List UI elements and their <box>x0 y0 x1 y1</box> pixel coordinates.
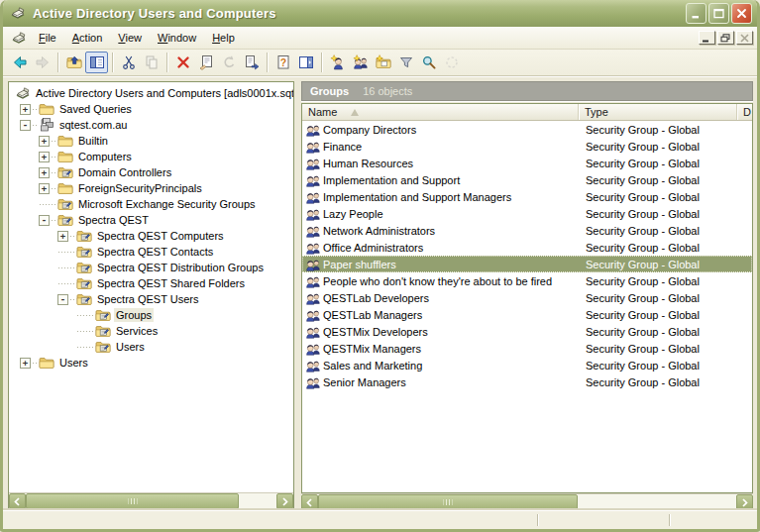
group-type: Security Group - Global <box>579 376 737 388</box>
expand-icon[interactable]: + <box>39 183 50 194</box>
menu-view[interactable]: View <box>110 29 150 47</box>
list-row[interactable]: QESTMix DevelopersSecurity Group - Globa… <box>302 323 752 340</box>
scrollbar-thumb[interactable] <box>26 493 239 509</box>
expand-icon[interactable]: + <box>39 152 50 162</box>
cut-button[interactable] <box>117 52 140 73</box>
find-button[interactable] <box>417 52 440 73</box>
child-close-button[interactable] <box>736 31 753 45</box>
list-row[interactable]: FinanceSecurity Group - Global <box>302 138 752 155</box>
new-user-button[interactable] <box>326 52 349 73</box>
list-row[interactable]: Human ResourcesSecurity Group - Global <box>302 155 752 171</box>
menu-action[interactable]: Action <box>64 29 111 47</box>
list-row[interactable]: Network AdministratorsSecurity Group - G… <box>302 222 752 239</box>
properties-button[interactable] <box>194 52 217 73</box>
tree-item-domain-controllers[interactable]: +Domain Controllers <box>9 164 293 180</box>
list-row[interactable]: Implementation and SupportSecurity Group… <box>302 171 752 188</box>
group-type: Security Group - Global <box>579 309 737 321</box>
scrollbar-track[interactable] <box>578 494 736 510</box>
tree-item-spectra-qest-contacts[interactable]: Spectra QEST Contacts <box>9 244 293 260</box>
collapse-icon[interactable]: - <box>20 120 31 131</box>
list-row[interactable]: Sales and MarketingSecurity Group - Glob… <box>302 357 752 373</box>
tree-item-services[interactable]: Services <box>9 323 293 339</box>
column-header-description[interactable]: D <box>737 104 752 120</box>
show-hide-console-tree-button[interactable] <box>85 52 108 73</box>
menu-file[interactable]: File <box>31 29 64 47</box>
menu-window[interactable]: Window <box>150 29 204 47</box>
tree-item-spectra-qest-shared-folders[interactable]: Spectra QEST Shared Folders <box>9 275 293 291</box>
collapse-icon[interactable]: - <box>39 215 50 226</box>
tree-item-spectra-qest-users[interactable]: -Spectra QEST Users <box>9 291 293 307</box>
set-filter-button[interactable] <box>394 52 417 73</box>
toolbar-separator <box>321 53 322 72</box>
export-list-button[interactable] <box>240 52 263 73</box>
scroll-left-button[interactable] <box>9 493 26 509</box>
refresh-icon <box>221 54 237 70</box>
list-row[interactable]: Paper shufflersSecurity Group - Global <box>302 256 752 272</box>
tree-item-label: ForeignSecurityPrincipals <box>76 181 204 195</box>
group-icon <box>305 156 320 170</box>
find-icon <box>421 54 437 70</box>
refresh-button <box>217 52 240 73</box>
expand-icon[interactable]: + <box>39 167 50 178</box>
group-type: Security Group - Global <box>579 326 737 338</box>
tree-item-groups[interactable]: Groups <box>9 307 293 323</box>
banner-title: Groups <box>310 85 349 97</box>
list-row[interactable]: Company DirectorsSecurity Group - Global <box>302 121 752 138</box>
tree-item-builtin[interactable]: +Builtin <box>9 133 293 149</box>
scrollbar-thumb[interactable] <box>318 494 578 510</box>
delete-button[interactable] <box>171 52 194 73</box>
back-button[interactable] <box>8 52 31 73</box>
up-one-level-button[interactable] <box>62 52 85 73</box>
group-name: Lazy People <box>323 208 383 220</box>
group-name: Sales and Marketing <box>323 360 422 372</box>
tree-item-spectra-qest-distribution-groups[interactable]: Spectra QEST Distribution Groups <box>9 260 293 275</box>
toolbar: ? <box>3 50 757 76</box>
tree-item-spectra-qest-computers[interactable]: +Spectra QEST Computers <box>9 228 293 244</box>
list-row[interactable]: Implementation and Support ManagersSecur… <box>302 188 752 205</box>
new-group-button[interactable] <box>349 52 372 73</box>
scroll-right-button[interactable] <box>736 494 753 510</box>
tree-item-computers[interactable]: +Computers <box>9 149 293 164</box>
list-row[interactable]: QESTLab ManagersSecurity Group - Global <box>302 306 752 323</box>
expand-icon[interactable]: + <box>20 358 31 369</box>
tree-item-microsoft-exchange-security-groups[interactable]: Microsoft Exchange Security Groups <box>9 196 293 212</box>
scrollbar-track[interactable] <box>239 493 276 509</box>
expand-icon[interactable]: + <box>20 104 31 115</box>
tree-item-active-directory-users-and-computers-adls0001x-sqtes[interactable]: Active Directory Users and Computers [ad… <box>9 85 293 101</box>
show-hide-action-pane-button[interactable] <box>294 52 317 73</box>
tree-item-foreignsecurityprincipals[interactable]: +ForeignSecurityPrincipals <box>9 180 293 196</box>
list-row[interactable]: QESTMix ManagersSecurity Group - Global <box>302 340 752 357</box>
tree-item-spectra-qest[interactable]: -Spectra QEST <box>9 212 293 228</box>
child-restore-button[interactable] <box>717 31 734 45</box>
group-type: Security Group - Global <box>579 141 737 153</box>
scroll-right-button[interactable] <box>276 493 293 509</box>
maximize-button[interactable] <box>708 3 729 24</box>
tree-item-users[interactable]: +Users <box>9 355 293 371</box>
group-type: Security Group - Global <box>579 259 737 270</box>
close-button[interactable] <box>731 3 752 24</box>
list-row[interactable]: Office AdministratorsSecurity Group - Gl… <box>302 239 752 256</box>
domain-icon <box>39 117 54 133</box>
child-minimize-button[interactable] <box>699 31 715 45</box>
tree-item-users[interactable]: Users <box>9 339 293 355</box>
group-name: People who don't know they're about to b… <box>323 275 552 287</box>
expand-icon[interactable]: + <box>39 136 50 147</box>
expand-icon[interactable]: + <box>57 231 68 242</box>
minimize-button[interactable] <box>686 3 706 24</box>
tree-item-saved-queries[interactable]: +Saved Queries <box>9 101 293 117</box>
list-row[interactable]: People who don't know they're about to b… <box>302 272 752 289</box>
list-row[interactable]: Lazy PeopleSecurity Group - Global <box>302 205 752 222</box>
menu-help[interactable]: Help <box>204 29 243 47</box>
folder-icon <box>57 180 73 196</box>
list-row[interactable]: QESTLab DevelopersSecurity Group - Globa… <box>302 289 752 306</box>
column-header-name[interactable]: Name <box>302 104 579 120</box>
ou-icon <box>95 307 111 323</box>
new-organizational-unit-button[interactable] <box>372 52 394 73</box>
column-header-type[interactable]: Type <box>579 104 737 120</box>
scroll-left-button[interactable] <box>301 494 318 510</box>
tree-item-sqtest-com-au[interactable]: -sqtest.com.au <box>9 117 293 133</box>
list-row[interactable]: Senior ManagersSecurity Group - Global <box>302 373 752 390</box>
collapse-icon[interactable]: - <box>57 294 68 305</box>
help-button[interactable]: ? <box>271 52 294 73</box>
ou-icon <box>76 291 92 307</box>
